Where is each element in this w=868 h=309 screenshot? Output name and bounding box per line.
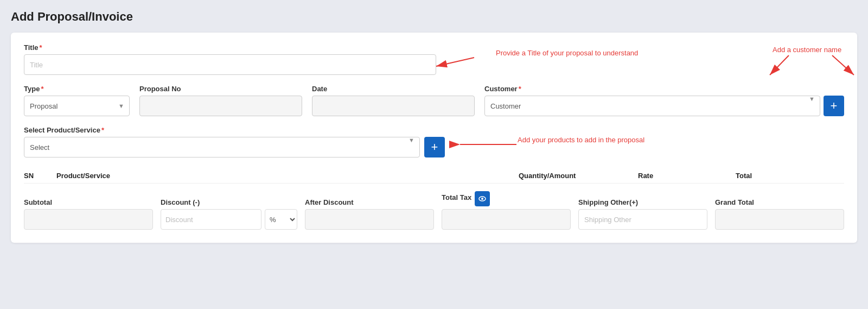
totals-row: Subtotal 0.00 Discount (-) % After Disco… xyxy=(24,191,844,230)
customer-arrow-right xyxy=(832,55,854,75)
product-annotation-svg: Add your products to add in the proposal xyxy=(452,131,778,159)
title-label: Title* xyxy=(24,43,436,52)
grand-total-input[interactable]: 0.00 xyxy=(715,209,844,230)
shipping-input[interactable] xyxy=(578,209,707,230)
fields-row: Type* Proposal ▼ Proposal No Proposal-00… xyxy=(24,85,844,116)
th-rate: Rate xyxy=(638,172,736,180)
svg-point-6 xyxy=(481,198,483,200)
page-wrapper: Add Proposal/Invoice Title* xyxy=(0,0,868,309)
subtotal-group: Subtotal 0.00 xyxy=(24,198,153,230)
proposal-no-input[interactable]: Proposal-000001 xyxy=(139,96,302,116)
add-product-button[interactable]: + xyxy=(424,137,445,157)
shipping-label: Shipping Other(+) xyxy=(578,198,707,206)
after-discount-input[interactable]: 0.00 xyxy=(305,209,434,230)
total-tax-header: Total Tax xyxy=(442,191,571,206)
type-field-group: Type* Proposal ▼ xyxy=(24,85,130,116)
discount-input[interactable] xyxy=(161,209,261,230)
customer-label: Customer* xyxy=(484,85,844,93)
proposal-no-field-group: Proposal No Proposal-000001 xyxy=(139,85,302,116)
customer-select[interactable]: Customer xyxy=(484,96,820,116)
th-total: Total xyxy=(736,172,844,180)
eye-button[interactable] xyxy=(475,191,490,206)
type-select-wrap: Proposal ▼ xyxy=(24,96,130,116)
title-input[interactable] xyxy=(24,54,436,75)
table-header: SN Product/Service Quantity/Amount Rate … xyxy=(24,167,844,184)
date-field-group: Date 2023-12-24 xyxy=(312,85,475,116)
product-select-container: Select ▼ xyxy=(24,137,420,157)
product-select[interactable]: Select xyxy=(24,137,420,157)
product-hint-text: Add your products to add in the proposal xyxy=(518,136,644,144)
total-tax-group: Total Tax 0.00 xyxy=(442,191,571,230)
th-sn: SN xyxy=(24,172,56,180)
page-title: Add Proposal/Invoice xyxy=(11,10,857,24)
discount-unit-select[interactable]: % xyxy=(265,209,297,230)
date-input[interactable]: 2023-12-24 xyxy=(312,96,475,116)
title-field-wrap: Title* xyxy=(24,43,436,75)
total-tax-label: Total Tax xyxy=(442,193,471,201)
type-label: Type* xyxy=(24,85,130,93)
add-customer-button[interactable]: + xyxy=(824,96,844,116)
customer-field-group: Customer* Customer ▼ + xyxy=(484,85,844,116)
customer-hint-text: Add a customer name xyxy=(773,46,841,54)
product-service-section: Select Product/Service* Select ▼ + xyxy=(24,126,844,157)
customer-arrow-left xyxy=(770,55,789,75)
grand-total-label: Grand Total xyxy=(715,198,844,206)
subtotal-label: Subtotal xyxy=(24,198,153,206)
th-quantity-amount: Quantity/Amount xyxy=(519,172,638,180)
title-arrow xyxy=(436,58,474,66)
proposal-no-label: Proposal No xyxy=(139,85,302,93)
discount-group: Discount (-) % xyxy=(161,198,297,230)
shipping-group: Shipping Other(+) xyxy=(578,198,707,230)
discount-inner: % xyxy=(161,209,297,230)
product-service-label: Select Product/Service* xyxy=(24,126,844,134)
customer-select-wrap: Customer ▼ xyxy=(484,96,820,116)
date-label: Date xyxy=(312,85,475,93)
type-select[interactable]: Proposal xyxy=(24,96,130,116)
after-discount-group: After Discount 0.00 xyxy=(305,198,434,230)
customer-row: Customer ▼ + xyxy=(484,96,844,116)
title-hint-text: Provide a Title of your proposal to unde… xyxy=(496,49,638,57)
subtotal-input[interactable]: 0.00 xyxy=(24,209,153,230)
form-card: Title* xyxy=(11,33,857,243)
total-tax-input[interactable]: 0.00 xyxy=(442,209,571,230)
discount-label: Discount (-) xyxy=(161,198,297,206)
eye-icon xyxy=(478,196,486,201)
grand-total-group: Grand Total 0.00 xyxy=(715,198,844,230)
after-discount-label: After Discount xyxy=(305,198,434,206)
th-product-service: Product/Service xyxy=(56,172,519,180)
